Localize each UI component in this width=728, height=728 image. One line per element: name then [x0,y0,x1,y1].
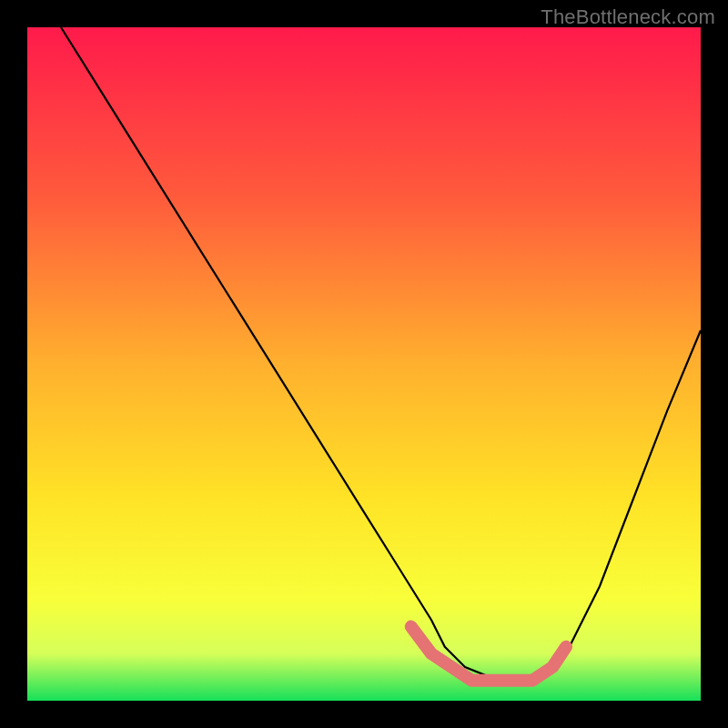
bottleneck-chart [0,0,728,728]
watermark-text: TheBottleneck.com [541,5,715,29]
plot-background [27,27,701,701]
chart-stage: TheBottleneck.com [0,0,728,728]
